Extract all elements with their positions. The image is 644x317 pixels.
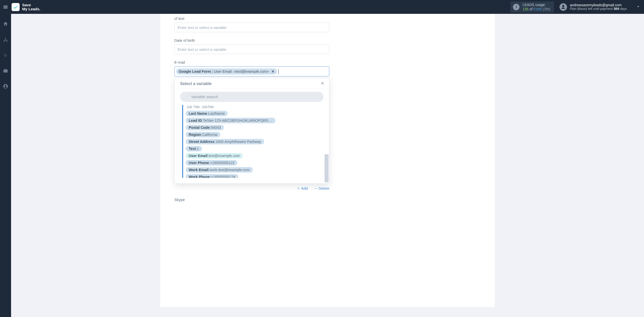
menu-toggle[interactable] [2, 4, 9, 11]
avatar [559, 3, 567, 11]
info-icon: i [513, 4, 519, 10]
sidebar-item-billing[interactable] [0, 50, 11, 60]
field-label-cf-text: cf text [174, 16, 329, 21]
variable-option[interactable]: Work Email: work-test@example.com [186, 167, 253, 173]
user-email: andrewsavemyleads@gmail.com [570, 3, 627, 7]
minus-icon [314, 187, 317, 190]
variable-option-key: Work Email [189, 168, 209, 172]
chevron-down-icon [636, 4, 640, 9]
main-scroll[interactable]: cf text Date of birth E-mail Google Lead… [11, 14, 644, 317]
brand-logo-icon [12, 3, 20, 11]
briefcase-icon [3, 68, 8, 73]
sidebar-item-account[interactable] [0, 81, 11, 91]
usage-text: LEADS usage: 135 of 5'000 (3%) [522, 3, 550, 11]
variable-option-value: test@example.com [209, 154, 240, 158]
variable-chip[interactable]: Google Lead Form | User Email: «test@exa… [176, 68, 277, 74]
plus-icon [297, 187, 300, 190]
sidebar [0, 14, 11, 317]
brand[interactable]: Save My Leads. [12, 3, 41, 11]
variable-option-value: 1600 Amphitheatre Parkway [216, 140, 261, 144]
delete-button[interactable]: Delete [314, 186, 329, 190]
home-icon [3, 21, 8, 27]
sidebar-item-home[interactable] [0, 19, 11, 29]
variable-option-key: Lead ID [189, 118, 202, 123]
chip-source: Google Lead Form [179, 69, 211, 73]
dropdown-title: Select a variable [180, 82, 212, 86]
user-icon [561, 5, 566, 10]
variable-option-key: Work Phone [189, 175, 210, 178]
field-dob: Date of birth [174, 38, 329, 54]
dropdown-list-wrap: Job Title: JobTitle Last Name: LastNameL… [175, 104, 329, 183]
field-skype: Skype [174, 197, 329, 202]
topbar: Save My Leads. i LEADS usage: 135 of 5'0… [0, 0, 644, 14]
shell: cf text Date of birth E-mail Google Lead… [0, 14, 644, 317]
input-dob[interactable] [174, 45, 329, 54]
usage-chip[interactable]: i LEADS usage: 135 of 5'000 (3%) [510, 2, 554, 13]
chip-separator: | [212, 69, 213, 73]
variable-option-key: User Phone [189, 161, 209, 165]
variable-option[interactable]: User Phone: +16505550123 [186, 160, 237, 166]
variable-option-value: +16505550124 [211, 175, 235, 178]
user-circle-icon [3, 84, 8, 89]
user-info: andrewsavemyleads@gmail.com Plan |Basic|… [570, 3, 627, 11]
sidebar-item-business[interactable] [0, 66, 11, 76]
variable-option[interactable]: Test: 1 [186, 146, 202, 151]
text-cursor [278, 69, 279, 74]
usage-label: LEADS usage: [522, 3, 550, 7]
variable-option-value: California [202, 133, 217, 137]
field-email: E-mail Google Lead Form | User Email: «t… [174, 60, 329, 190]
dollar-icon [3, 52, 8, 58]
sitemap-icon [3, 37, 8, 42]
variable-dropdown: Select a variable Job Title: JobTi [174, 78, 329, 184]
variable-option-key: User Email [189, 154, 208, 158]
variable-option[interactable]: Postal Code: 94043 [186, 125, 224, 130]
dropdown-search-wrap [175, 89, 329, 104]
user-menu-toggle[interactable] [636, 4, 640, 10]
variable-option-value: TeSter-123-ABCDEFGHIJKLMNOPQRS ... [203, 118, 272, 123]
variable-option[interactable]: Street Address: 1600 Amphitheatre Parkwa… [186, 139, 264, 144]
variable-option-value: +16505550123 [210, 161, 234, 165]
field-label-email: E-mail [174, 60, 329, 64]
variable-option-key: Postal Code [189, 126, 210, 130]
input-cf-text[interactable] [174, 23, 329, 32]
chip-field: User Email: [214, 69, 233, 73]
field-cf-text: cf text [174, 16, 329, 32]
user-plan: Plan |Basic| left until payment 304 days [570, 7, 627, 11]
add-button[interactable]: Add [297, 186, 308, 190]
scrollbar-thumb[interactable] [325, 154, 329, 182]
user-menu[interactable]: andrewsavemyleads@gmail.com Plan |Basic|… [559, 3, 640, 11]
brand-name: Save My Leads. [22, 3, 41, 11]
variable-option-value: LastName [208, 111, 225, 115]
variable-option-key: Street Address [189, 140, 215, 144]
field-label-dob: Date of birth [174, 38, 329, 43]
variable-option-key: Last Name [189, 111, 207, 115]
variable-option-value: 1 [197, 147, 199, 151]
hamburger-icon [3, 4, 8, 10]
variable-option[interactable]: Last Name: LastName [186, 111, 228, 116]
field-actions: Add Delete [174, 186, 329, 190]
chip-remove-icon[interactable]: ✕ [271, 69, 274, 73]
usage-percent: (3%) [542, 7, 550, 11]
form-panel: cf text Date of birth E-mail Google Lead… [160, 14, 495, 307]
dropdown-close-button[interactable] [320, 81, 325, 86]
dropdown-item-truncated[interactable]: Job Title: JobTitle [186, 105, 327, 109]
variable-option[interactable]: User Email: test@example.com [186, 153, 243, 158]
close-icon [320, 81, 325, 85]
variable-option-value: work-test@example.com [210, 168, 250, 172]
dropdown-list[interactable]: Job Title: JobTitle Last Name: LastNameL… [182, 105, 327, 178]
variable-option-key: Test [189, 147, 196, 151]
chip-value: «test@example.com» [234, 69, 269, 73]
usage-of: of [529, 7, 533, 11]
sidebar-item-connections[interactable] [0, 34, 11, 45]
dropdown-search-input[interactable] [180, 92, 324, 102]
usage-total: 5'000 [533, 7, 542, 11]
variable-option[interactable]: Lead ID: TeSter-123-ABCDEFGHIJKLMNOPQRS … [186, 118, 275, 123]
field-label-skype: Skype [174, 197, 329, 202]
variable-option-value: 94043 [211, 126, 221, 130]
input-email[interactable]: Google Lead Form | User Email: «test@exa… [174, 66, 329, 76]
variable-option[interactable]: Region: California [186, 132, 220, 137]
usage-current: 135 [522, 7, 528, 11]
dropdown-header: Select a variable [175, 78, 329, 89]
variable-option[interactable]: Work Phone: +16505550124 [186, 174, 238, 178]
variable-option-key: Region [189, 133, 201, 137]
